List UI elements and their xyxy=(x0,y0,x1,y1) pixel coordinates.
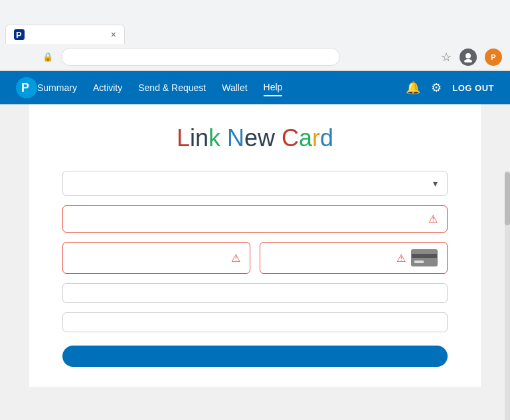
forward-button[interactable] xyxy=(19,56,24,58)
paypal-favicon: P xyxy=(14,29,25,40)
browser-user-button[interactable] xyxy=(460,49,477,66)
page-title: Link New Card xyxy=(62,124,448,152)
settings-gear-icon[interactable]: ⚙ xyxy=(431,80,442,95)
browser-address-right: ☆ P xyxy=(441,49,502,66)
cvv-error-icon: ⚠ xyxy=(396,252,406,264)
card-number-field[interactable]: ⚠ xyxy=(62,205,448,233)
paypal-navbar: P SummaryActivitySend & RequestWalletHel… xyxy=(0,71,510,104)
browser-chrome: P × 🔒 ☆ P xyxy=(0,0,510,71)
expiration-field[interactable]: ⚠ xyxy=(62,242,250,274)
lock-icon: 🔒 xyxy=(40,51,56,63)
pp-nav-links: SummaryActivitySend & RequestWalletHelp xyxy=(37,79,406,96)
cvv-input[interactable] xyxy=(270,253,391,263)
logout-button[interactable]: LOG OUT xyxy=(452,83,494,93)
paypal-logo: P xyxy=(16,77,37,98)
card-number-error-icon: ⚠ xyxy=(428,213,438,225)
scrollbar[interactable] xyxy=(505,171,510,420)
svg-text:P: P xyxy=(16,30,22,40)
page-background: Link New Card ▾ ⚠ ⚠ ⚠ xyxy=(0,104,510,420)
svg-point-3 xyxy=(464,59,472,62)
card-icon-svg xyxy=(412,250,437,266)
linked-card-field xyxy=(62,312,448,332)
browser-tab-bar: P × xyxy=(0,21,510,44)
svg-point-2 xyxy=(466,53,471,58)
pp-nav-right: 🔔 ⚙ LOG OUT xyxy=(406,80,494,95)
card-icon xyxy=(411,249,438,266)
browser-tab[interactable]: P × xyxy=(5,25,125,44)
back-button[interactable] xyxy=(8,56,13,58)
browser-tab-close-button[interactable]: × xyxy=(111,29,116,40)
card-type-right: ▾ xyxy=(429,178,438,189)
address-field[interactable] xyxy=(62,283,448,303)
cvv-field[interactable]: ⚠ xyxy=(260,242,448,274)
browser-extension-icon[interactable]: P xyxy=(485,49,502,66)
nav-link-summary[interactable]: Summary xyxy=(37,80,77,96)
expiration-input[interactable] xyxy=(72,253,226,263)
main-card: Link New Card ▾ ⚠ ⚠ ⚠ xyxy=(29,104,481,387)
card-number-input[interactable] xyxy=(72,214,423,225)
bookmark-icon[interactable]: ☆ xyxy=(441,50,452,64)
browser-titlebar xyxy=(0,0,510,21)
nav-link-wallet[interactable]: Wallet xyxy=(222,80,247,96)
save-button[interactable] xyxy=(62,346,448,367)
url-bar[interactable] xyxy=(61,48,340,66)
nav-link-activity[interactable]: Activity xyxy=(93,80,122,96)
dropdown-arrow-icon[interactable]: ▾ xyxy=(433,178,438,189)
scrollbar-thumb[interactable] xyxy=(505,172,510,225)
nav-link-send-and-request[interactable]: Send & Request xyxy=(138,80,206,96)
card-type-field[interactable]: ▾ xyxy=(62,171,448,196)
browser-address-bar: 🔒 ☆ P xyxy=(0,44,510,70)
svg-rect-8 xyxy=(414,261,424,263)
refresh-button[interactable] xyxy=(29,56,35,58)
svg-text:P: P xyxy=(21,81,29,94)
nav-link-help[interactable]: Help xyxy=(264,79,283,96)
expiry-cvv-row: ⚠ ⚠ xyxy=(62,242,448,274)
notification-bell-icon[interactable]: 🔔 xyxy=(406,80,420,95)
svg-rect-7 xyxy=(412,254,437,258)
expiration-error-icon: ⚠ xyxy=(231,252,240,264)
